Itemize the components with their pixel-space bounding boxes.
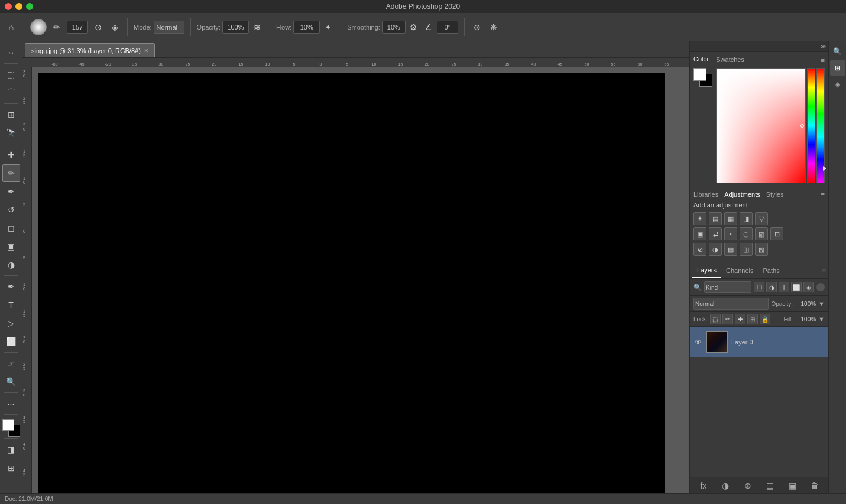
brush-icon[interactable]: ✏ — [50, 21, 63, 34]
path-select-tool[interactable]: ▷ — [2, 314, 20, 332]
color-picker-gradient[interactable] — [716, 68, 806, 183]
adj-bw-icon[interactable]: ▪ — [724, 227, 737, 240]
channels-tab[interactable]: Channels — [721, 262, 758, 278]
adj-curves-icon[interactable]: ▦ — [724, 212, 737, 225]
hand-tool[interactable]: ☞ — [2, 355, 20, 372]
adj-channelmixer-icon[interactable]: ▧ — [755, 227, 768, 240]
crop-tool[interactable]: ⊞ — [2, 106, 20, 123]
swatches-tab[interactable]: Swatches — [716, 56, 744, 64]
adj-vibrance-icon[interactable]: ▽ — [755, 212, 768, 225]
right-collapse-button[interactable]: ≫ — [690, 41, 828, 52]
paths-tab[interactable]: Paths — [759, 262, 785, 278]
hue-slider[interactable] — [807, 68, 815, 183]
eyedropper-tool[interactable]: 🔭 — [2, 124, 20, 142]
opacity-arrow[interactable]: ▼ — [818, 300, 825, 307]
brush-preview[interactable] — [30, 19, 47, 35]
maximize-button[interactable] — [26, 3, 33, 10]
delete-layer-button[interactable]: 🗑 — [808, 480, 821, 492]
angle-icon[interactable]: ∠ — [422, 21, 435, 34]
layers-filter-toggle[interactable] — [816, 283, 825, 291]
healing-tool[interactable]: ✚ — [2, 146, 20, 164]
foreground-color-swatch[interactable] — [693, 68, 706, 81]
saturation-slider[interactable] — [816, 68, 825, 183]
filter-shape-icon[interactable]: ⬜ — [791, 282, 802, 292]
adj-threshold-icon[interactable]: ▤ — [724, 243, 737, 256]
filter-smart-icon[interactable]: ◈ — [803, 282, 814, 292]
butterfly-icon[interactable]: ❋ — [487, 21, 500, 34]
dodge-tool[interactable]: ◑ — [2, 256, 20, 274]
screen-mode-toggle[interactable]: ⊞ — [2, 459, 20, 477]
smoothing-input[interactable] — [382, 21, 406, 34]
foreground-color[interactable] — [2, 419, 14, 431]
document-tab[interactable]: singg.jpg @ 31.3% (Layer 0, RGB/8#) × — [25, 43, 155, 57]
adj-colorlookup-icon[interactable]: ⊡ — [770, 227, 783, 240]
mode-select[interactable]: Normal Dissolve Multiply Screen Overlay — [154, 21, 184, 34]
lasso-tool[interactable]: ⌒ — [2, 84, 20, 102]
layer-row[interactable]: 👁 Layer 0 — [690, 327, 828, 357]
flow-input[interactable] — [293, 21, 320, 34]
home-icon[interactable]: ⌂ — [5, 21, 18, 34]
pressure-icon[interactable]: ⊙ — [92, 21, 105, 34]
minimize-button[interactable] — [15, 3, 22, 10]
close-button[interactable] — [5, 3, 12, 10]
adj-gradientmap-icon[interactable]: ◫ — [740, 243, 753, 256]
add-mask-button[interactable]: ◑ — [719, 480, 732, 492]
add-layer-style-button[interactable]: fx — [697, 480, 710, 492]
layers-tab[interactable]: Layers — [692, 262, 721, 278]
zoom-tool[interactable]: 🔍 — [2, 373, 20, 391]
adj-photofilter-icon[interactable]: ◌ — [740, 227, 753, 240]
angle-input[interactable] — [437, 21, 458, 34]
styles-tab[interactable]: Styles — [766, 191, 784, 198]
text-tool[interactable]: T — [2, 296, 20, 314]
adj-posterize-icon[interactable]: ◑ — [709, 243, 722, 256]
layer-visibility-toggle[interactable]: 👁 — [693, 337, 703, 347]
new-layer-button[interactable]: ▣ — [786, 480, 799, 492]
more-tools[interactable]: ··· — [2, 395, 20, 412]
adjustments-tab[interactable]: Adjustments — [724, 191, 760, 198]
new-fill-layer-button[interactable]: ⊕ — [741, 480, 754, 492]
brush-settings-icon[interactable]: ◈ — [108, 21, 121, 34]
filter-pixel-icon[interactable]: ⬚ — [754, 282, 764, 292]
adj-levels-icon[interactable]: ▤ — [709, 212, 722, 225]
adj-exposure-icon[interactable]: ◨ — [740, 212, 753, 225]
blend-mode-select[interactable]: Normal Dissolve Multiply Screen Overlay — [693, 298, 769, 310]
adj-hsl-icon[interactable]: ▣ — [693, 227, 706, 240]
clone-stamp-tool[interactable]: ✒ — [2, 183, 20, 200]
adj-selectivecolor-icon[interactable]: ▧ — [755, 243, 768, 256]
filter-kind-select[interactable]: Kind Name Effect Mode Attribute Color — [704, 281, 751, 293]
color-tab[interactable]: Color — [693, 56, 709, 64]
color-panel-options[interactable]: ≡ — [821, 57, 825, 64]
adj-brightness-icon[interactable]: ☀ — [693, 212, 706, 225]
filter-adjustment-icon[interactable]: ◑ — [766, 282, 777, 292]
marquee-tool[interactable]: ⬚ — [2, 66, 20, 83]
search-panel-icon[interactable]: 🔍 — [830, 44, 845, 59]
opacity-toggle[interactable]: ≋ — [251, 21, 264, 34]
airbrush-icon[interactable]: ✦ — [322, 21, 335, 34]
layers-panel-options[interactable]: ≡ — [822, 266, 826, 275]
adjustments-panel-icon[interactable]: ◈ — [830, 77, 845, 92]
filter-type-icon[interactable]: T — [779, 282, 789, 292]
adj-invert-icon[interactable]: ⊘ — [693, 243, 706, 256]
smoothing-settings-icon[interactable]: ⚙ — [407, 21, 420, 34]
canvas-viewport[interactable] — [32, 67, 689, 493]
fill-arrow[interactable]: ▼ — [818, 316, 825, 323]
move-tool[interactable]: ↔ — [2, 44, 20, 61]
tools-panel-icon[interactable]: ⊞ — [830, 60, 845, 76]
adj-colorbalance-icon[interactable]: ⇄ — [709, 227, 722, 240]
brush-size-input[interactable] — [67, 21, 88, 34]
gradient-tool[interactable]: ▣ — [2, 238, 20, 255]
history-brush-tool[interactable]: ↺ — [2, 201, 20, 219]
libraries-tab[interactable]: Libraries — [693, 191, 718, 198]
eraser-tool[interactable]: ◻ — [2, 219, 20, 237]
symmetry-icon[interactable]: ⊛ — [471, 21, 484, 34]
tab-close-icon[interactable]: × — [144, 47, 148, 55]
brush-tool[interactable]: ✏ — [2, 164, 20, 182]
adj-panel-options[interactable]: ≡ — [821, 191, 825, 198]
lock-position-icon[interactable]: ✚ — [735, 314, 745, 324]
lock-image-icon[interactable]: ✏ — [722, 314, 733, 324]
lock-all-icon[interactable]: 🔒 — [760, 314, 770, 324]
lock-artboard-icon[interactable]: ⊞ — [747, 314, 758, 324]
opacity-input[interactable] — [222, 21, 249, 34]
new-group-button[interactable]: ▤ — [764, 480, 777, 492]
quick-mask-toggle[interactable]: ◨ — [2, 441, 20, 459]
